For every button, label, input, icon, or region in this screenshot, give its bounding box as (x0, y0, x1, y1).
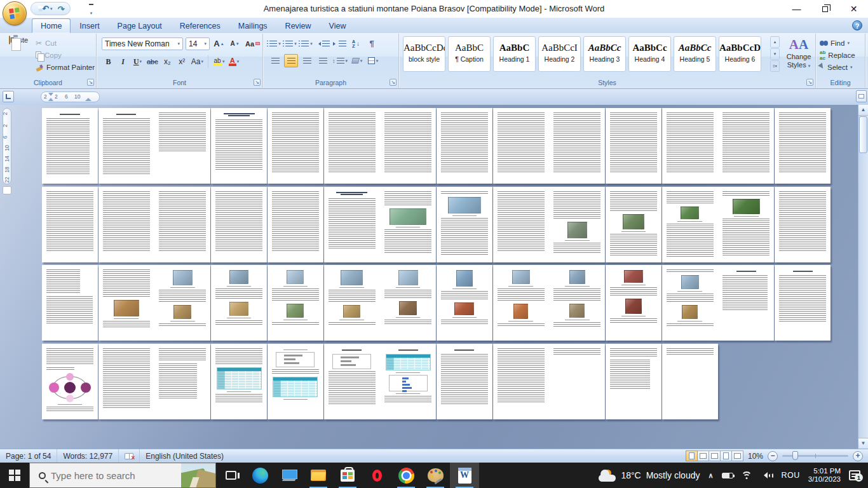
change-case-button[interactable]: Aa▾ (190, 55, 205, 69)
tab-insert[interactable]: Insert (71, 18, 108, 33)
language-indicator[interactable]: English (United States) (140, 449, 229, 463)
volume-icon[interactable] (761, 472, 773, 478)
styles-scroll-up-button[interactable]: ▲ (770, 36, 780, 48)
font-color-button[interactable]: A▾ (227, 55, 240, 69)
view-ruler-toggle-button[interactable] (856, 90, 867, 102)
show-hide-marks-button[interactable]: ¶ (365, 37, 379, 50)
increase-indent-button[interactable] (332, 37, 347, 50)
document-area[interactable]: 22610141822 ▲ ▼ (0, 105, 868, 449)
page-thumbnail[interactable] (268, 265, 323, 341)
page-indicator[interactable]: Page: 1 of 54 (0, 449, 57, 463)
redo-button[interactable]: ↷ (57, 3, 64, 15)
underline-button[interactable]: U▾ (131, 55, 144, 69)
page-thumbnail[interactable] (606, 265, 661, 341)
line-spacing-button[interactable]: ↕▾ (332, 54, 348, 67)
style--caption[interactable]: AaBbC¶ Caption (448, 36, 491, 72)
page-thumbnail[interactable] (324, 187, 380, 262)
italic-button[interactable]: I (116, 55, 130, 69)
tab-selector[interactable] (3, 91, 14, 102)
page-thumbnail[interactable] (380, 265, 436, 341)
page-thumbnail[interactable] (606, 108, 661, 184)
undo-button[interactable]: ↶▾ (42, 4, 52, 13)
word-count[interactable]: Words: 12,977 (57, 449, 119, 463)
scroll-up-button[interactable]: ▲ (858, 105, 868, 116)
align-right-button[interactable] (300, 54, 314, 67)
page-thumbnail[interactable] (211, 187, 267, 262)
page-thumbnail[interactable] (718, 108, 774, 184)
page-thumbnail[interactable] (211, 344, 267, 419)
page-thumbnail[interactable] (493, 108, 549, 184)
page-thumbnail[interactable] (718, 265, 774, 341)
hanging-indent-marker[interactable] (48, 95, 53, 101)
page-thumbnail[interactable] (268, 187, 323, 262)
subscript-button[interactable]: x₂ (161, 55, 174, 69)
page-thumbnail[interactable] (380, 344, 436, 419)
page-thumbnail[interactable] (268, 108, 323, 184)
page-thumbnail[interactable] (98, 187, 154, 262)
page-thumbnail[interactable] (380, 187, 436, 262)
page-thumbnail[interactable] (211, 108, 267, 184)
customize-qat-button[interactable]: ▾ (89, 4, 93, 17)
select-button[interactable]: Select▾ (816, 61, 855, 73)
page-thumbnail[interactable] (775, 265, 831, 341)
page-thumbnail[interactable] (324, 108, 380, 184)
right-indent-marker[interactable] (85, 95, 92, 101)
styles-dialog-launcher[interactable]: ↘ (806, 79, 813, 86)
scroll-down-button[interactable]: ▼ (858, 438, 868, 449)
clear-formatting-button[interactable]: Aa (244, 37, 261, 50)
page-thumbnail[interactable] (268, 344, 323, 419)
replace-button[interactable]: abacReplace (816, 49, 855, 61)
superscript-button[interactable]: x² (175, 55, 189, 69)
grow-font-button[interactable]: A▲ (212, 37, 226, 50)
zoom-in-button[interactable]: + (853, 451, 863, 461)
taskbar-file-explorer[interactable] (304, 463, 333, 488)
search-input[interactable] (51, 470, 153, 481)
draft-view-button[interactable] (731, 451, 743, 461)
shading-button[interactable]: ▾ (350, 54, 364, 67)
text-highlight-button[interactable]: ab▾ (212, 55, 226, 69)
page-thumbnail[interactable] (154, 108, 210, 184)
decrease-indent-button[interactable] (316, 37, 330, 50)
outline-view-button[interactable] (720, 451, 732, 461)
page-thumbnail[interactable] (549, 187, 605, 262)
tab-mailings[interactable]: Mailings (229, 18, 276, 33)
taskbar-chrome[interactable] (391, 463, 421, 488)
font-dialog-launcher[interactable]: ↘ (254, 79, 261, 86)
style-heading-2[interactable]: AaBbCcIHeading 2 (538, 36, 581, 72)
format-painter-button[interactable]: Format Painter (36, 61, 95, 73)
page-thumbnail[interactable] (42, 344, 98, 419)
paste-button[interactable]: Paste ▾ (4, 36, 32, 78)
page-thumbnail[interactable] (437, 108, 492, 184)
page-thumbnail[interactable] (98, 108, 154, 184)
start-button[interactable] (0, 463, 29, 488)
taskbar-word[interactable]: W (450, 463, 479, 488)
vertical-ruler[interactable]: 22610141822 (3, 108, 11, 184)
taskbar-opera[interactable] (362, 463, 391, 488)
style-heading-3[interactable]: AaBbCcHeading 3 (583, 36, 626, 72)
tab-home[interactable]: Home (32, 18, 71, 33)
style-heading-4[interactable]: AaBbCcHeading 4 (628, 36, 671, 72)
proofing-status[interactable] (119, 449, 140, 463)
page-thumbnail[interactable] (775, 187, 831, 262)
page-thumbnail[interactable] (437, 344, 492, 419)
page-thumbnail[interactable] (549, 108, 605, 184)
strikethrough-button[interactable]: abc (146, 55, 159, 69)
page-thumbnail[interactable] (718, 187, 774, 262)
page-thumbnail[interactable] (775, 108, 831, 184)
page-thumbnail[interactable] (493, 265, 549, 341)
taskbar-store[interactable] (333, 463, 362, 488)
taskbar-paint[interactable] (421, 463, 450, 488)
print-layout-view-button[interactable] (686, 451, 698, 461)
find-button[interactable]: Find▾ (816, 37, 855, 49)
taskbar-edge[interactable] (245, 463, 275, 488)
office-button[interactable] (3, 1, 27, 25)
help-button[interactable]: ? (852, 20, 862, 30)
page-thumbnail[interactable] (493, 344, 549, 419)
page-thumbnail[interactable] (211, 265, 267, 341)
style-heading-5[interactable]: AaBbCcHeading 5 (674, 36, 716, 72)
zoom-level[interactable]: 10% (748, 452, 763, 461)
page-thumbnail[interactable] (42, 265, 98, 341)
zoom-slider-thumb[interactable] (792, 451, 798, 460)
zoom-slider[interactable] (782, 455, 848, 457)
page-thumbnail[interactable] (662, 265, 718, 341)
